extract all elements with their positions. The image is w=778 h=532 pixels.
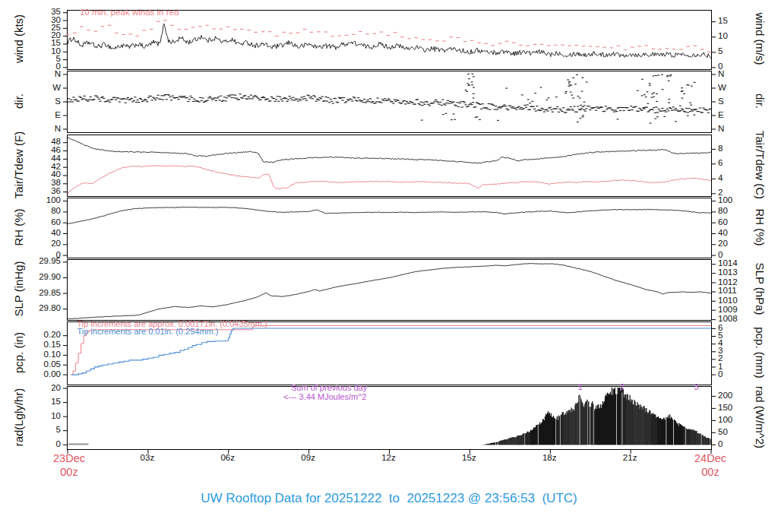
direction-plot-svg xyxy=(68,71,711,132)
y-tick-label-left: 0.10 xyxy=(26,349,61,360)
y-tick-label-left: 0.05 xyxy=(26,359,61,370)
y-tick-label-left: 29.95 xyxy=(26,255,61,267)
svg-text:2: 2 xyxy=(620,382,625,391)
y-tick-label-right: 10 xyxy=(718,30,757,42)
y-tick-label-right: 15 xyxy=(718,15,757,27)
y-tick-label-right: 80 xyxy=(718,205,757,217)
y-tick-label-right: S xyxy=(718,96,757,107)
y-tick-label-right: 100 xyxy=(718,195,757,206)
pressure-plot-svg xyxy=(68,260,711,320)
panel-direction xyxy=(67,71,712,133)
x-tick-label: 03z xyxy=(131,452,164,464)
panel-pressure xyxy=(67,259,712,321)
x-tick-label: 15z xyxy=(452,452,485,464)
y-tick-label-left: 48 xyxy=(26,136,61,147)
axis-title-rad-left: rad(Lgly/hr) xyxy=(12,388,25,447)
y-tick-label-right: 20 xyxy=(718,238,757,249)
panel-wind: 10 min. peak winds in red xyxy=(67,10,712,70)
svg-text:Tip increments are 0.01in. (0.: Tip increments are 0.01in. (0.254mm.) xyxy=(77,327,218,336)
x-tick-label: 12z xyxy=(372,452,406,464)
y-tick-label-right: N xyxy=(718,68,757,80)
y-tick-label-left: 29.80 xyxy=(26,302,61,314)
y-tick-label-right: 6 xyxy=(718,322,757,334)
chart-title: UW Rooftop Data for 20251222 to 20251223… xyxy=(0,491,778,506)
y-tick-label-left: W xyxy=(26,82,61,93)
y-tick-label-left: 80 xyxy=(26,205,61,217)
y-tick-label-left: 10 xyxy=(26,410,61,422)
y-tick-label-left: 60 xyxy=(26,217,61,228)
date-hour-end: 00z xyxy=(689,466,732,479)
y-tick-label-right: 100 xyxy=(718,414,757,426)
y-tick-label-left: 0.15 xyxy=(26,339,61,350)
y-tick-label-left: 5 xyxy=(26,424,61,435)
svg-text:Sum of previous day: Sum of previous day xyxy=(291,383,368,392)
x-tick-label: 18z xyxy=(533,452,566,464)
y-tick-label-right: 50 xyxy=(718,426,757,438)
svg-text:10 min. peak winds in red: 10 min. peak winds in red xyxy=(80,8,179,17)
y-tick-label-right: N xyxy=(718,123,757,135)
panel-precipitation: Tip increments are approx. 0.00171in. (0… xyxy=(67,321,712,385)
svg-text:3: 3 xyxy=(694,382,699,391)
y-tick-label-left: 29.90 xyxy=(26,271,61,283)
y-tick-label-left: E xyxy=(26,109,61,121)
y-tick-label-left: 100 xyxy=(26,195,61,206)
humidity-plot-svg xyxy=(68,198,711,258)
axis-title-rh-left: RH (%) xyxy=(12,208,25,245)
y-tick-label-right: 1014 xyxy=(718,258,757,269)
y-tick-label-left: 29.85 xyxy=(26,287,61,299)
axis-title-slp-left: SLP (inHg) xyxy=(12,261,25,316)
x-tick-label: 09z xyxy=(292,452,325,464)
axis-title-wind-left: wind (kts) xyxy=(12,14,25,63)
y-tick-label-right: 0 xyxy=(718,439,757,450)
y-tick-label-right: 60 xyxy=(718,217,757,228)
x-tick-label: 21z xyxy=(613,452,647,464)
y-tick-label-right: 8 xyxy=(718,143,757,154)
panel-humidity xyxy=(67,198,712,258)
svg-text:1: 1 xyxy=(578,382,583,391)
date-label-start: 23Dec xyxy=(48,452,90,465)
svg-text:<--- 3.44 MJoules/m^2: <--- 3.44 MJoules/m^2 xyxy=(283,392,366,401)
precipitation-plot-svg: Tip increments are approx. 0.00171in. (0… xyxy=(68,322,711,385)
temperature-plot-svg xyxy=(68,135,711,196)
radiation-plot-svg: Sum of previous day<--- 3.44 MJoules/m^2… xyxy=(68,387,711,449)
axis-title-dir-left: dir. xyxy=(12,93,25,109)
y-tick-label-right: 150 xyxy=(718,402,757,413)
y-tick-label-left: 40 xyxy=(26,227,61,239)
panel-temperature xyxy=(67,135,712,197)
y-tick-label-right: 40 xyxy=(718,227,757,239)
figure: 10 min. peak winds in red Tip increments… xyxy=(0,0,778,532)
y-tick-label-left: 20 xyxy=(26,382,61,394)
panel-radiation: Sum of previous day<--- 3.44 MJoules/m^2… xyxy=(67,386,712,450)
y-tick-label-right: 4 xyxy=(718,173,757,184)
y-tick-label-left: 0.20 xyxy=(26,329,61,340)
axis-title-pcp-left: pcp. (in) xyxy=(12,332,25,373)
y-tick-label-left: 15 xyxy=(26,396,61,407)
y-tick-label-right: W xyxy=(718,82,757,93)
y-tick-label-right: 5 xyxy=(718,46,757,57)
y-tick-label-left: 35 xyxy=(26,6,61,17)
y-tick-label-left: 0.00 xyxy=(26,369,61,380)
y-tick-label-right: E xyxy=(718,109,757,121)
y-tick-label-left: S xyxy=(26,96,61,107)
axis-title-temp-left: Tair/Tdew (F) xyxy=(12,131,25,198)
y-tick-label-left: 0 xyxy=(26,439,61,450)
y-tick-label-left: 20 xyxy=(26,238,61,249)
y-tick-label-left: N xyxy=(26,123,61,135)
wind-plot-svg: 10 min. peak winds in red xyxy=(68,11,711,69)
date-label-end: 24Dec xyxy=(689,452,732,465)
date-hour-start: 00z xyxy=(48,466,90,479)
y-tick-label-left: N xyxy=(26,68,61,80)
y-tick-label-right: 200 xyxy=(718,390,757,401)
x-tick-label: 06z xyxy=(211,452,245,464)
y-tick-label-right: 6 xyxy=(718,157,757,169)
